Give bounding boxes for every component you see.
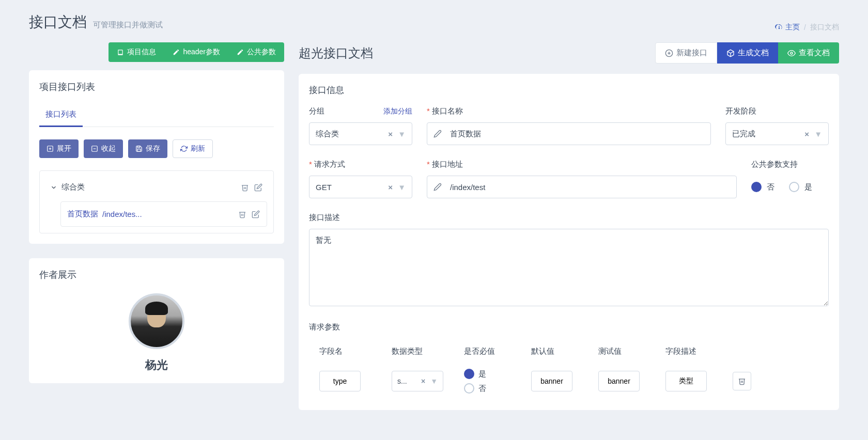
delete-param-button[interactable] (733, 372, 751, 390)
project-info-button[interactable]: 项目信息 (109, 42, 164, 62)
trash-icon (738, 377, 746, 385)
minus-square-icon (91, 145, 98, 152)
caret-down-icon: ▼ (398, 183, 406, 192)
header-params-button[interactable]: header参数 (164, 42, 228, 62)
plus-circle-icon (665, 49, 673, 57)
edit-item-button[interactable] (251, 210, 260, 219)
method-select[interactable]: GET × ▼ (309, 176, 412, 198)
radio-checked-icon (464, 369, 474, 379)
project-info-label: 项目信息 (127, 48, 156, 57)
stage-label: 开发阶段 (725, 106, 756, 116)
breadcrumb-home-label: 主页 (785, 23, 800, 32)
public-params-yes[interactable]: 是 (789, 182, 812, 192)
tab-bar: 接口列表 (39, 105, 274, 127)
api-list-title: 项目接口列表 (39, 81, 274, 93)
public-params-button[interactable]: 公共参数 (228, 42, 284, 62)
request-params-label: 请求参数 (309, 322, 340, 332)
name-input-box[interactable] (427, 122, 711, 145)
new-api-button[interactable]: 新建接口 (655, 42, 717, 64)
desc-textarea[interactable] (309, 229, 829, 306)
refresh-label: 刷新 (191, 144, 205, 153)
caret-down-icon: ▼ (814, 130, 822, 138)
api-info-card: 接口信息 分组 添加分组 综合类 × ▼ (299, 74, 839, 410)
edit-icon (237, 49, 244, 56)
view-doc-button[interactable]: 查看文档 (778, 42, 839, 64)
breadcrumb: 主页 / 接口文档 (775, 23, 839, 32)
name-label: 接口名称 (432, 106, 463, 115)
tree-item-url: /index/tes... (102, 210, 234, 218)
save-button[interactable]: 保存 (128, 139, 167, 158)
col-required: 是否必值 (464, 347, 531, 356)
public-params-label: 公共参数支持 (751, 160, 798, 169)
table-row: s... × ▼ 是 (309, 363, 829, 400)
col-test: 测试值 (598, 347, 665, 356)
col-desc: 字段描述 (665, 347, 733, 356)
radio-yes-label: 是 (478, 369, 486, 379)
param-default-input[interactable] (531, 371, 572, 391)
col-default: 默认值 (531, 347, 598, 356)
radio-yes-label: 是 (804, 182, 812, 192)
author-name: 杨光 (39, 357, 274, 373)
delete-group-button[interactable] (240, 183, 250, 192)
clear-icon[interactable]: × (421, 377, 425, 385)
url-input[interactable] (450, 183, 730, 192)
url-input-box[interactable] (427, 176, 737, 198)
radio-no-label: 否 (478, 384, 486, 394)
page-title: 接口文档 (29, 12, 87, 32)
tree-item-name: 首页数据 (67, 209, 98, 219)
cube-icon (726, 49, 735, 57)
param-test-input[interactable] (598, 371, 640, 391)
method-label: 请求方式 (314, 160, 345, 168)
api-list-card: 项目接口列表 接口列表 展开 收起 保存 (29, 70, 284, 244)
group-label: 分组 (309, 106, 324, 116)
param-required-yes[interactable]: 是 (464, 369, 531, 379)
clear-icon[interactable]: × (388, 130, 393, 138)
clear-icon[interactable]: × (388, 183, 393, 192)
desc-label: 接口描述 (309, 213, 340, 223)
collapse-button[interactable]: 收起 (84, 139, 123, 158)
plus-square-icon (47, 145, 54, 152)
trash-icon (241, 183, 249, 192)
param-field-input[interactable] (319, 371, 361, 391)
stage-value: 已完成 (732, 129, 755, 139)
stage-select[interactable]: 已完成 × ▼ (725, 122, 829, 145)
radio-unchecked-icon (464, 383, 474, 394)
clear-icon[interactable]: × (804, 130, 809, 138)
save-label: 保存 (146, 144, 160, 153)
breadcrumb-current: 接口文档 (810, 23, 839, 32)
param-type-select[interactable]: s... × ▼ (392, 371, 443, 391)
edit-group-button[interactable] (254, 183, 263, 192)
tab-api-list[interactable]: 接口列表 (39, 105, 83, 127)
caret-down-icon: ▼ (398, 130, 406, 138)
param-table: 字段名 数据类型 是否必值 默认值 测试值 字段描述 (309, 340, 829, 400)
author-card: 作者展示 杨光 (29, 258, 284, 383)
doc-title: 超光接口文档 (299, 45, 373, 61)
param-required-no[interactable]: 否 (464, 383, 531, 394)
pencil-icon (433, 130, 442, 138)
collapse-label: 收起 (101, 144, 116, 153)
new-api-label: 新建接口 (676, 48, 707, 58)
generate-doc-button[interactable]: 生成文档 (717, 42, 778, 64)
url-label: 接口地址 (432, 160, 463, 168)
view-doc-label: 查看文档 (799, 48, 830, 58)
section-info-title: 接口信息 (309, 84, 829, 96)
public-params-no[interactable]: 否 (751, 182, 774, 192)
name-input[interactable] (450, 130, 704, 138)
api-tree: 综合类 首页数据 /index/tes... (39, 170, 274, 233)
param-desc-input[interactable] (665, 371, 707, 391)
tree-item[interactable]: 首页数据 /index/tes... (60, 201, 267, 227)
group-value: 综合类 (316, 129, 339, 139)
svg-point-0 (779, 28, 780, 29)
generate-doc-label: 生成文档 (738, 48, 769, 58)
breadcrumb-home[interactable]: 主页 (775, 23, 800, 32)
svg-rect-7 (137, 146, 140, 148)
group-select[interactable]: 综合类 × ▼ (309, 122, 412, 145)
delete-item-button[interactable] (238, 210, 247, 219)
breadcrumb-sep: / (804, 23, 806, 32)
add-group-link[interactable]: 添加分组 (383, 107, 412, 116)
expand-button[interactable]: 展开 (39, 139, 79, 158)
edit-icon (254, 183, 262, 192)
tree-group[interactable]: 综合类 (46, 177, 267, 197)
col-field: 字段名 (319, 347, 392, 356)
refresh-button[interactable]: 刷新 (173, 139, 213, 158)
